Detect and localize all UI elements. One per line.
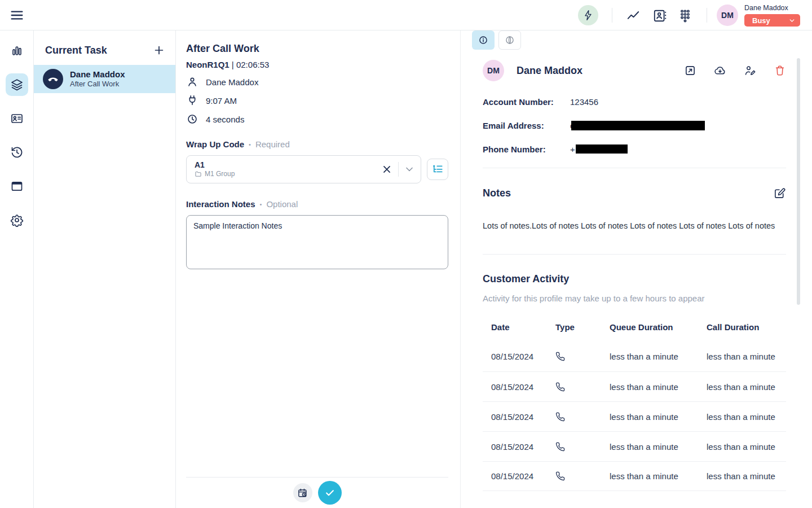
account-number-row: Account Number: 123456: [483, 97, 786, 107]
wrapup-code-select[interactable]: A1 M1 Group: [186, 155, 421, 183]
interaction-notes-input[interactable]: Sample Interaction Notes: [186, 215, 448, 269]
divider: [483, 254, 786, 255]
right-scrollbar-thumb[interactable]: [797, 58, 800, 305]
add-task-button[interactable]: [153, 44, 165, 56]
after-call-work-panel: After Call Work NeonR1Q1 | 02:06:53 Dane…: [176, 30, 461, 508]
nav-history-icon[interactable]: [6, 141, 28, 164]
task-list-item[interactable]: Dane Maddox After Call Work: [34, 65, 175, 93]
chevron-down-icon: [788, 17, 796, 24]
redaction-box: [571, 121, 705, 130]
quick-actions-button[interactable]: [578, 5, 598, 25]
info-icon: [478, 34, 489, 46]
chevron-down-icon[interactable]: [404, 164, 415, 175]
user-name-label: Dane Maddox: [744, 4, 800, 12]
col-type: Type: [555, 322, 610, 332]
phone-call-icon: [555, 442, 610, 452]
activity-row[interactable]: 08/15/2024 less than a minute less than …: [483, 431, 786, 461]
edit-contact-icon[interactable]: [744, 64, 756, 77]
account-number-value: 123456: [570, 97, 598, 107]
activity-date: 08/15/2024: [491, 352, 555, 361]
hamburger-menu-icon[interactable]: [9, 7, 25, 23]
start-time: 9:07 AM: [206, 96, 237, 106]
folder-icon: [195, 170, 202, 178]
profile-avatar: DM: [483, 60, 504, 81]
activity-date: 08/15/2024: [491, 412, 555, 422]
notes-title: Notes: [483, 187, 511, 199]
queue-and-timer: NeonR1Q1 | 02:06:53: [186, 60, 448, 69]
edit-notes-icon[interactable]: [773, 187, 786, 200]
contacts-book-icon[interactable]: [652, 8, 667, 22]
acw-timer: 02:06:53: [236, 60, 269, 69]
phone-label: Phone Number:: [483, 144, 570, 154]
complete-acw-button[interactable]: [318, 481, 342, 505]
activity-row[interactable]: 08/15/2024 less than a minute less than …: [483, 401, 786, 431]
activity-queue-duration: less than a minute: [610, 442, 707, 452]
wrapup-required-label: Required: [255, 139, 290, 149]
notes-text: Lots of notes.Lots of notes Lots of note…: [483, 220, 786, 231]
acw-title: After Call Work: [186, 43, 448, 55]
interaction-notes-label: Interaction Notes: [186, 199, 255, 209]
notes-optional-label: Optional: [266, 199, 298, 209]
call-end-icon: [43, 69, 63, 89]
wrapup-tree-view-button[interactable]: [427, 159, 448, 180]
col-queue-duration: Queue Duration: [610, 322, 707, 332]
divider: [483, 168, 786, 168]
acw-action-bar: [186, 477, 448, 508]
customer-activity-table: Date Type Queue Duration Call Duration 0…: [483, 319, 786, 491]
account-number-label: Account Number:: [483, 97, 570, 107]
nav-tasks-icon[interactable]: [6, 73, 28, 96]
start-time-row: 9:07 AM: [186, 94, 448, 107]
nav-contact-card-icon[interactable]: [6, 107, 28, 130]
contact-row: Dane Maddox: [186, 76, 448, 88]
phone-call-icon: [555, 352, 610, 361]
schedule-callback-button[interactable]: [293, 483, 312, 502]
plug-icon: [186, 94, 198, 107]
customer-profile-panel: DM Dane Maddox Account Number:: [461, 30, 812, 508]
delete-contact-icon[interactable]: [774, 64, 786, 77]
phone-call-icon: [555, 471, 610, 481]
activity-date: 08/15/2024: [491, 471, 555, 481]
tree-list-icon: [431, 163, 444, 176]
activity-row[interactable]: 08/15/2024 less than a minute less than …: [483, 371, 786, 401]
activity-queue-duration: less than a minute: [610, 412, 707, 422]
select-divider: [398, 162, 399, 177]
phone-row: Phone Number: +: [483, 144, 786, 154]
activity-call-duration: less than a minute: [707, 442, 786, 452]
activity-row[interactable]: 08/15/2024 less than a minute less than …: [483, 341, 786, 371]
activity-queue-duration: less than a minute: [610, 352, 707, 361]
activity-call-duration: less than a minute: [707, 382, 786, 392]
activity-call-duration: less than a minute: [707, 352, 786, 361]
email-label: Email Address:: [483, 121, 570, 130]
user-avatar[interactable]: DM: [717, 5, 738, 26]
nav-stats-icon[interactable]: [6, 40, 28, 62]
open-external-icon[interactable]: [684, 64, 696, 77]
app-header: DM Dane Maddox Busy: [0, 0, 812, 30]
tab-profile-info[interactable]: [472, 30, 495, 50]
clear-wrapup-icon[interactable]: [381, 163, 393, 176]
nav-window-icon[interactable]: [6, 175, 28, 198]
dialpad-icon[interactable]: [678, 8, 692, 22]
performance-chart-icon[interactable]: [626, 8, 641, 22]
cloud-download-icon[interactable]: [714, 64, 726, 77]
bullet: •: [249, 141, 251, 148]
queue-name: NeonR1Q1: [186, 60, 230, 69]
clock-icon: [186, 113, 198, 125]
current-task-panel: Current Task Dane Maddox After Call Work: [34, 30, 176, 508]
split-circle-icon: [504, 34, 515, 46]
lightning-icon: [582, 10, 594, 21]
email-row: Email Address: c: [483, 120, 786, 130]
task-type-label: After Call Work: [70, 80, 125, 89]
activity-call-duration: less than a minute: [707, 412, 786, 422]
activity-date: 08/15/2024: [491, 442, 555, 452]
tab-insights[interactable]: [498, 30, 521, 50]
wrapup-selected-value: A1: [195, 160, 381, 170]
activity-row[interactable]: 08/15/2024 less than a minute less than …: [483, 461, 786, 491]
nav-settings-gear-icon[interactable]: [6, 209, 28, 231]
activity-queue-duration: less than a minute: [610, 382, 707, 392]
status-dropdown-button[interactable]: Busy: [744, 14, 800, 27]
duration-row: 4 seconds: [186, 113, 448, 125]
activity-queue-duration: less than a minute: [610, 471, 707, 481]
person-icon: [186, 76, 198, 88]
bullet: •: [260, 201, 262, 208]
duration: 4 seconds: [206, 115, 244, 124]
